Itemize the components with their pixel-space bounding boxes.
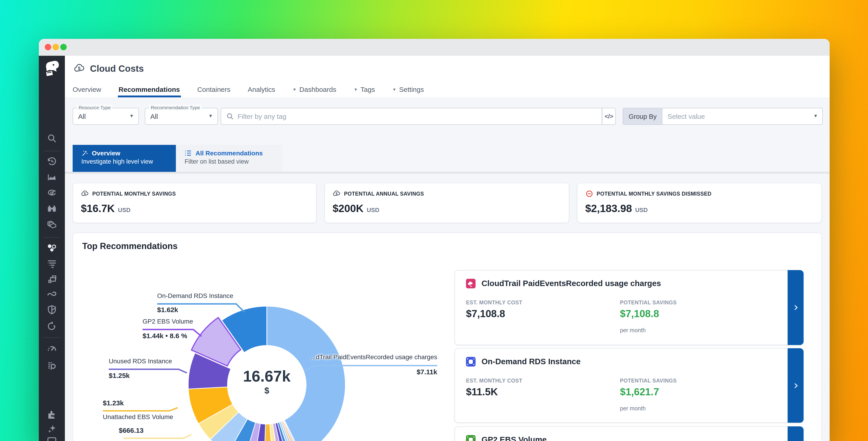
main-area: $ Cloud Costs Overview Recommendations C… — [65, 56, 830, 441]
stat-card-savings-dismissed: POTENTIAL MONTHLY SAVINGS DISMISSED $2,1… — [577, 183, 822, 223]
recommendation-title: On-Demand RDS Instance — [482, 357, 581, 366]
recommendation-card-gp2[interactable]: GP2 EBS Volume — [455, 427, 804, 441]
window-titlebar — [39, 39, 830, 56]
tab-recommendations[interactable]: Recommendations — [119, 81, 180, 97]
open-recommendation-button[interactable] — [787, 427, 804, 441]
toggle-all-title: All Recommendations — [195, 149, 263, 157]
cloud-dollar-icon: $ — [333, 190, 341, 198]
close-button[interactable] — [45, 44, 51, 50]
stat-label: POTENTIAL MONTHLY SAVINGS — [92, 191, 176, 197]
callout-line-nat — [123, 435, 191, 438]
savings-donut-chart: 16.67k $ On-Demand RDS Instance $1.62k G… — [78, 256, 453, 441]
rds-icon — [466, 357, 475, 366]
resource-type-select[interactable]: Resource Type All ▼ — [73, 108, 139, 125]
cloudtrail-icon — [466, 279, 475, 288]
svg-text:$: $ — [336, 192, 337, 195]
top-recommendations-panel: Top Recommendations — [73, 233, 822, 441]
page-title: Cloud Costs — [90, 63, 144, 74]
minimize-button[interactable] — [53, 44, 59, 50]
tab-analytics[interactable]: Analytics — [248, 81, 275, 97]
toggle-all-subtitle: Filter on list based view — [185, 158, 282, 165]
panel-title: Top Recommendations — [82, 241, 178, 251]
sparkles-icon[interactable] — [46, 423, 57, 434]
sidebar-divider — [43, 151, 60, 151]
callout-unattached-label[interactable]: Unattached EBS Volume — [103, 413, 173, 420]
code-icon: </> — [604, 113, 613, 120]
security-shield-icon[interactable] — [46, 304, 57, 315]
tag-filter-placeholder: Filter by any tag — [238, 112, 286, 120]
callout-unused-rds-label[interactable]: Unused RDS Instance — [109, 357, 172, 365]
stat-card-monthly-savings: $ POTENTIAL MONTHLY SAVINGS $16.7K USD — [73, 183, 317, 223]
stat-value: $16.7K — [81, 202, 115, 215]
zoom-button[interactable] — [60, 44, 67, 50]
cost-label: EST. MONTHLY COST — [466, 378, 522, 383]
stat-unit: USD — [367, 207, 379, 213]
svg-text:$: $ — [84, 192, 86, 195]
search-icon[interactable] — [46, 133, 57, 144]
resource-type-label: Resource Type — [77, 105, 113, 110]
code-view-toggle-button[interactable]: </> — [602, 108, 616, 125]
desktop-background: $ Cloud Costs Overview Recommendations C… — [0, 0, 868, 441]
resource-type-value: All — [78, 112, 86, 120]
view-toggle-overview[interactable]: Overview Investigate high level view — [73, 145, 176, 172]
savings-period: per month — [620, 327, 646, 333]
callout-nat-value: $666.13 — [119, 427, 144, 434]
resources-hexagons-icon[interactable] — [46, 243, 57, 253]
open-recommendation-button[interactable] — [787, 348, 804, 423]
chevron-down-icon: ▼ — [208, 113, 213, 118]
binoculars-icon[interactable] — [46, 203, 57, 214]
recommendation-title: CloudTrail PaidEventsRecorded usage char… — [482, 279, 661, 288]
recommendation-type-value: All — [150, 112, 158, 120]
stat-label: POTENTIAL ANNUAL SAVINGS — [344, 191, 424, 197]
callout-cloudtrail-label[interactable]: ...dTrail PaidEventsRecorded usage charg… — [291, 353, 437, 360]
callout-line-unattached — [103, 408, 178, 411]
search-icon — [226, 112, 234, 120]
chevron-down-icon: ▼ — [392, 87, 396, 92]
stat-unit: USD — [635, 207, 648, 213]
integrations-puzzle-icon[interactable] — [46, 409, 57, 420]
tab-containers[interactable]: Containers — [197, 81, 230, 97]
callout-on-demand-label[interactable]: On-Demand RDS Instance — [157, 292, 233, 299]
recommendation-type-label: Recommendation Type — [149, 105, 202, 110]
sync-star-icon[interactable] — [46, 321, 57, 331]
open-recommendation-button[interactable] — [787, 270, 804, 345]
history-icon[interactable] — [46, 156, 57, 167]
callout-gp2-label[interactable]: GP2 EBS Volume — [143, 318, 193, 325]
area-chart-icon[interactable] — [46, 172, 57, 183]
tag-filter-input[interactable]: Filter by any tag — [221, 108, 602, 125]
windows-icon[interactable] — [46, 274, 57, 284]
savings-label: POTENTIAL SAVINGS — [620, 378, 677, 383]
filter-lines-icon[interactable] — [46, 258, 57, 269]
chevron-right-icon — [793, 382, 799, 389]
connections-icon[interactable] — [46, 289, 57, 299]
recommendation-card-rds[interactable]: On-Demand RDS Instance EST. MONTHLY COST… — [455, 348, 804, 423]
log-search-icon[interactable] — [46, 360, 57, 371]
datadog-logo[interactable] — [43, 58, 61, 78]
recommendation-card-cloudtrail[interactable]: CloudTrail PaidEventsRecorded usage char… — [455, 270, 804, 345]
savings-period: per month — [620, 405, 646, 412]
sidebar-divider — [43, 237, 60, 238]
tab-settings[interactable]: ▼Settings — [392, 81, 424, 97]
group-by-select[interactable]: Select value ▼ — [662, 108, 823, 125]
screen-icon[interactable] — [46, 436, 57, 441]
toggle-overview-title: Overview — [92, 149, 120, 157]
recommendation-type-select[interactable]: Recommendation Type All ▼ — [145, 108, 218, 125]
sidebar-divider — [43, 337, 60, 338]
chevron-right-icon — [793, 304, 799, 311]
tab-dashboards[interactable]: ▼Dashboards — [292, 81, 337, 97]
content-area: Resource Type All ▼ Recommendation Type … — [65, 97, 830, 441]
callout-cloudtrail-value: $7.11k — [382, 368, 437, 376]
sidebar — [39, 56, 65, 441]
view-toggle-all-recommendations[interactable]: All Recommendations Filter on list based… — [176, 145, 282, 172]
group-by-control: Group By Select value ▼ — [623, 108, 823, 125]
callout-unattached-value: $1.23k — [103, 399, 124, 407]
cost-label: EST. MONTHLY COST — [466, 300, 522, 305]
gauge-icon[interactable] — [46, 345, 57, 355]
chevron-down-icon: ▼ — [129, 113, 134, 118]
watchdog-icon[interactable] — [46, 188, 57, 198]
page-header: $ Cloud Costs — [65, 56, 830, 81]
tab-overview[interactable]: Overview — [73, 81, 101, 97]
tab-tags[interactable]: ▼Tags — [353, 81, 375, 97]
active-tab-underline — [118, 95, 181, 97]
layers-icon[interactable] — [46, 219, 57, 230]
